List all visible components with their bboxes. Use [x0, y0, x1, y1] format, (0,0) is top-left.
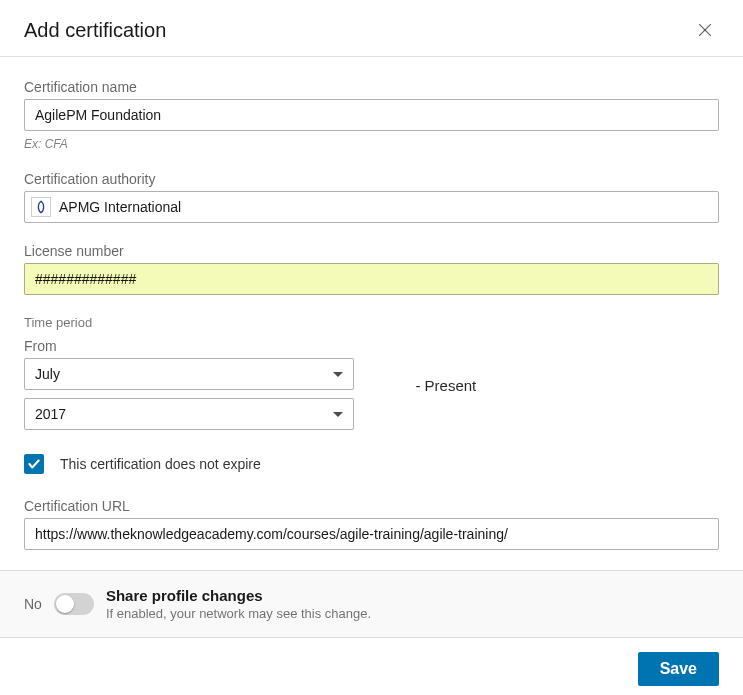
share-toggle[interactable] — [54, 593, 94, 615]
from-year-value: 2017 — [35, 406, 66, 422]
no-expire-label: This certification does not expire — [60, 456, 261, 472]
no-expire-checkbox[interactable] — [24, 454, 44, 474]
modal-body: Certification name Ex: CFA Certification… — [0, 57, 743, 570]
time-period-heading: Time period — [24, 315, 719, 330]
authority-value: APMG International — [59, 199, 181, 215]
url-label: Certification URL — [24, 498, 719, 514]
present-text: - Present — [415, 377, 719, 394]
authority-block: Certification authority APMG Internation… — [24, 171, 719, 223]
authority-input[interactable]: APMG International — [24, 191, 719, 223]
from-month-value: July — [35, 366, 60, 382]
share-toggle-state: No — [24, 596, 42, 612]
modal-title: Add certification — [24, 19, 166, 42]
cert-name-input[interactable] — [24, 99, 719, 131]
save-button[interactable]: Save — [638, 652, 719, 686]
license-block: License number — [24, 243, 719, 295]
license-input[interactable] — [24, 263, 719, 295]
share-section: No Share profile changes If enabled, you… — [0, 570, 743, 638]
modal-header: Add certification — [0, 0, 743, 57]
share-subtitle: If enabled, your network may see this ch… — [106, 606, 371, 621]
url-block: Certification URL — [24, 498, 719, 550]
no-expire-row: This certification does not expire — [24, 454, 719, 474]
cert-name-hint: Ex: CFA — [24, 137, 719, 151]
url-input[interactable] — [24, 518, 719, 550]
chevron-down-icon — [333, 412, 343, 417]
from-month-select[interactable]: July — [24, 358, 354, 390]
share-title: Share profile changes — [106, 587, 371, 604]
license-label: License number — [24, 243, 719, 259]
close-button[interactable] — [691, 16, 719, 44]
cert-name-block: Certification name Ex: CFA — [24, 79, 719, 151]
authority-logo-icon — [31, 197, 51, 217]
close-icon — [695, 20, 715, 40]
toggle-knob — [56, 595, 74, 613]
cert-name-label: Certification name — [24, 79, 719, 95]
modal-footer: Save — [0, 638, 743, 695]
from-label: From — [24, 338, 385, 354]
time-period-row: From July 2017 - Present — [24, 338, 719, 430]
authority-label: Certification authority — [24, 171, 719, 187]
check-icon — [27, 457, 41, 471]
from-year-select[interactable]: 2017 — [24, 398, 354, 430]
chevron-down-icon — [333, 372, 343, 377]
